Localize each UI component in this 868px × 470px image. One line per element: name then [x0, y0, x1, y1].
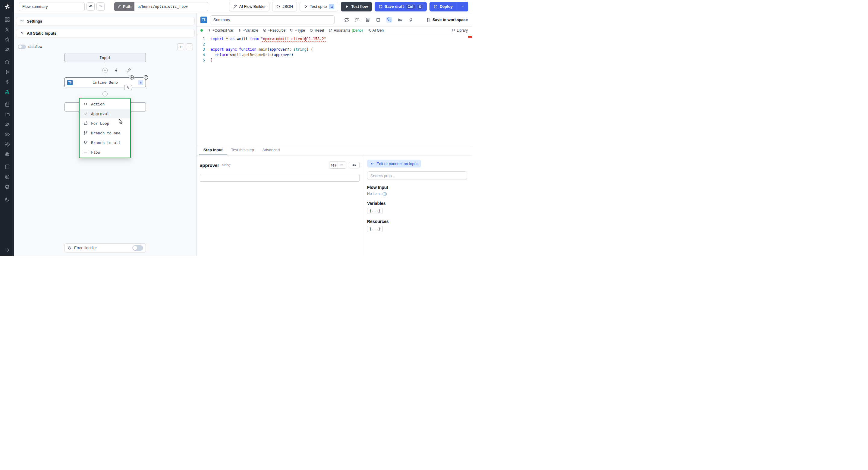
- save-draft-button[interactable]: Save draft Ctrl S: [375, 2, 427, 11]
- sidebar-item-dollar[interactable]: [4, 79, 10, 85]
- code-editor[interactable]: 1import * as wmill from "npm:windmill-cl…: [197, 34, 472, 145]
- sidebar-item-gear[interactable]: [4, 142, 10, 147]
- code-line[interactable]: 3export async function main(approver?: s…: [197, 47, 472, 53]
- all-static-inputs-bar[interactable]: All Static Inputs: [16, 29, 195, 37]
- code-line[interactable]: 2: [197, 42, 472, 47]
- collapse-sidebar-button[interactable]: [4, 247, 10, 253]
- path-label: Path: [123, 4, 131, 9]
- move-step-button[interactable]: [129, 75, 134, 80]
- zoom-in-button[interactable]: +: [177, 43, 184, 50]
- sidebar-item-play[interactable]: [4, 69, 10, 75]
- sidebar-item-github[interactable]: [4, 184, 10, 189]
- menu-item-branch-to-all[interactable]: Branch to all: [80, 138, 130, 147]
- step-summary-input[interactable]: [210, 15, 335, 24]
- code-line[interactable]: 4 return wmill.getResumeUrls(approver): [197, 53, 472, 58]
- ai-gen-button[interactable]: AI Gen: [367, 28, 384, 33]
- sidebar-item-user[interactable]: [4, 27, 10, 32]
- menu-item-action[interactable]: Action: [80, 99, 130, 109]
- code-line[interactable]: 5}: [197, 58, 472, 63]
- suspend-phone-icon[interactable]: [386, 17, 392, 23]
- menu-item-approval[interactable]: Approval: [80, 109, 130, 118]
- retries-icon[interactable]: [344, 18, 349, 22]
- reset-button[interactable]: Reset: [310, 28, 324, 33]
- sidebar-item-robot[interactable]: [4, 152, 10, 157]
- add-context-var-button[interactable]: +Context Var: [207, 28, 233, 33]
- tab-advanced[interactable]: Advanced: [258, 145, 284, 155]
- menu-item-label: Flow: [91, 150, 100, 155]
- undo-button[interactable]: ↶: [87, 2, 95, 10]
- add-resource-button[interactable]: +Resource: [263, 28, 285, 33]
- library-button[interactable]: Library: [452, 28, 468, 33]
- wand-sparkles-icon[interactable]: [127, 68, 131, 73]
- connect-input-button[interactable]: [349, 162, 360, 168]
- test-up-to-button[interactable]: Test up to a: [300, 2, 338, 11]
- mock-plug-icon[interactable]: [408, 18, 413, 22]
- sliders-icon: [20, 19, 24, 23]
- bolt-icon[interactable]: [114, 68, 119, 73]
- delete-step-button[interactable]: [143, 75, 149, 80]
- edit-or-connect-button[interactable]: Edit or connect an input: [367, 160, 421, 167]
- sidebar-item-discord[interactable]: [4, 174, 10, 180]
- tab-test-this-step[interactable]: Test this step: [227, 145, 258, 155]
- field-type: string: [221, 163, 230, 167]
- phone-icon: [127, 86, 130, 89]
- concurrency-gauge-icon[interactable]: [355, 18, 360, 22]
- insert-step-button[interactable]: [102, 91, 107, 96]
- cache-database-icon[interactable]: [365, 18, 370, 22]
- insert-step-button[interactable]: [102, 68, 107, 73]
- approver-value-input[interactable]: [200, 174, 360, 182]
- expr-mode-button[interactable]: ${}: [330, 162, 338, 168]
- search-prop-input[interactable]: [367, 171, 467, 180]
- error-handler-toggle[interactable]: [132, 245, 143, 251]
- early-stop-square-icon[interactable]: [376, 18, 381, 22]
- sidebar-item-folder[interactable]: [4, 112, 10, 117]
- sidebar-item-ship[interactable]: [4, 89, 10, 95]
- json-button[interactable]: JSON: [272, 2, 297, 11]
- add-type-button[interactable]: +Type: [290, 28, 305, 33]
- play-outline-icon: [304, 4, 308, 9]
- tab-step-input[interactable]: Step Input: [199, 145, 227, 155]
- sidebar-item-moon[interactable]: [4, 197, 10, 202]
- sleep-bed-icon[interactable]: [398, 18, 403, 22]
- plain-mode-button[interactable]: [338, 162, 346, 168]
- variables-expand-chip[interactable]: {...}: [367, 208, 383, 214]
- settings-bar[interactable]: Settings: [16, 17, 195, 25]
- deploy-button[interactable]: Deploy: [430, 2, 468, 11]
- sidebar-item-home[interactable]: [4, 59, 10, 65]
- redo-button[interactable]: ↷: [96, 2, 104, 10]
- sidebar-item-eye[interactable]: [4, 132, 10, 137]
- deploy-label: Deploy: [440, 4, 453, 9]
- save-to-workspace-button[interactable]: Save to workspace: [426, 18, 468, 22]
- dataflow-toggle[interactable]: [18, 44, 26, 49]
- path-input[interactable]: [134, 2, 208, 11]
- sidebar-item-book[interactable]: [4, 164, 10, 169]
- path-group: Path: [114, 2, 208, 11]
- sidebar-item-team[interactable]: [4, 122, 10, 127]
- error-handler-row[interactable]: Error Handler: [64, 244, 146, 252]
- code-line[interactable]: 1import * as wmill from "npm:windmill-cl…: [197, 36, 472, 42]
- edit-path-button[interactable]: Path: [114, 2, 134, 11]
- sidebar-item-users[interactable]: [4, 47, 10, 52]
- sidebar-item-star[interactable]: [4, 37, 10, 42]
- menu-item-label: For Loop: [91, 121, 109, 126]
- suspend-phone-badge[interactable]: [124, 85, 132, 90]
- ai-flow-builder-button[interactable]: AI Flow Builder: [229, 2, 270, 11]
- menu-item-for-loop[interactable]: For Loop: [80, 118, 130, 128]
- sidebar-item-calendar[interactable]: [4, 102, 10, 107]
- test-flow-button[interactable]: Test flow: [341, 2, 372, 11]
- resources-expand-chip[interactable]: {...}: [367, 226, 383, 232]
- edit-or-connect-label: Edit or connect an input: [376, 161, 418, 166]
- add-variable-button[interactable]: +Variable: [238, 28, 258, 33]
- bug-icon: [67, 246, 72, 250]
- flow-canvas[interactable]: Input TS Inline Deno a: [14, 50, 196, 256]
- windmill-logo-icon[interactable]: [4, 4, 10, 10]
- insert-step-menu: Action Approval For Loop Branch to: [79, 98, 131, 158]
- flow-summary-input[interactable]: [19, 2, 85, 11]
- assistants-button[interactable]: Assistants (Deno): [329, 28, 363, 33]
- deploy-dropdown[interactable]: [455, 2, 464, 11]
- sidebar-item-grid[interactable]: [4, 17, 10, 22]
- menu-item-branch-to-one[interactable]: Branch to one: [80, 128, 130, 138]
- input-node[interactable]: Input: [64, 53, 146, 62]
- zoom-out-button[interactable]: −: [186, 43, 193, 50]
- menu-item-flow[interactable]: Flow: [80, 147, 130, 157]
